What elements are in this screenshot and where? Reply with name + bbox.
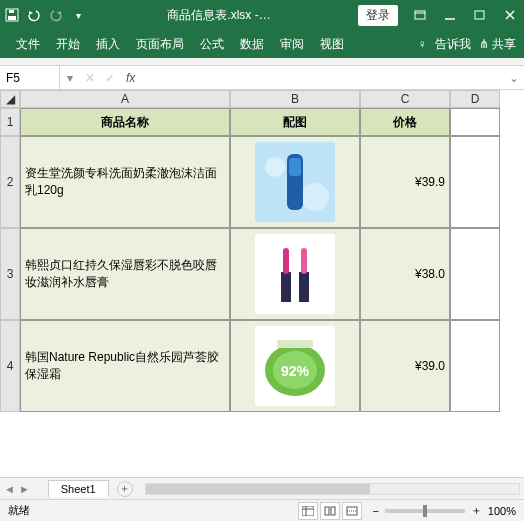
window-controls xyxy=(410,5,520,25)
share-button[interactable]: ⋔ 共享 xyxy=(479,36,516,53)
cell-product-image[interactable]: 92% xyxy=(230,320,360,412)
zoom-in-button[interactable]: ＋ xyxy=(471,503,482,518)
spreadsheet-grid[interactable]: ◢ A B C D 1 商品名称 配图 价格 2 资生堂洗颜专科洗面奶柔澈泡沫洁… xyxy=(0,90,524,477)
zoom-out-button[interactable]: − xyxy=(372,505,378,517)
tab-home[interactable]: 开始 xyxy=(48,32,88,57)
formula-input[interactable] xyxy=(141,71,504,85)
normal-view-button[interactable] xyxy=(298,502,318,520)
zoom-control: − ＋ 100% xyxy=(372,503,516,518)
tell-me-label[interactable]: 告诉我 xyxy=(435,36,471,53)
ribbon-tabs: 文件 开始 插入 页面布局 公式 数据 审阅 视图 ♀ 告诉我 ⋔ 共享 xyxy=(0,30,524,58)
cell-D4[interactable] xyxy=(450,320,500,412)
svg-rect-1 xyxy=(8,16,16,20)
name-box-input[interactable] xyxy=(6,71,53,85)
col-header-B[interactable]: B xyxy=(230,90,360,108)
svg-rect-24 xyxy=(302,506,314,516)
close-icon[interactable] xyxy=(500,5,520,25)
svg-rect-16 xyxy=(283,248,289,274)
enter-formula-icon[interactable]: ✓ xyxy=(100,71,120,85)
product-image-2 xyxy=(255,234,335,314)
page-layout-view-button[interactable] xyxy=(320,502,340,520)
window-title: 商品信息表.xlsx -… xyxy=(86,7,352,24)
titlebar: ▾ 商品信息表.xlsx -… 登录 xyxy=(0,0,524,30)
sheet-prev-icon[interactable]: ◄ xyxy=(4,483,15,495)
login-button[interactable]: 登录 xyxy=(358,5,398,26)
tab-view[interactable]: 视图 xyxy=(312,32,352,57)
svg-rect-17 xyxy=(299,272,309,302)
name-box[interactable] xyxy=(0,66,60,89)
undo-icon[interactable] xyxy=(26,7,42,23)
svg-rect-14 xyxy=(255,234,335,314)
cell-product-name[interactable]: 资生堂洗颜专科洗面奶柔澈泡沫洁面乳120g xyxy=(20,136,230,228)
tab-file[interactable]: 文件 xyxy=(8,32,48,57)
header-price[interactable]: 价格 xyxy=(360,108,450,136)
qat-customize-icon[interactable]: ▾ xyxy=(70,7,86,23)
tab-formulas[interactable]: 公式 xyxy=(192,32,232,57)
product-image-1 xyxy=(255,142,335,222)
cell-product-name[interactable]: 韩国Nature Republic自然乐园芦荟胶保湿霜 xyxy=(20,320,230,412)
status-bar: 就绪 − ＋ 100% xyxy=(0,499,524,521)
cancel-formula-icon[interactable]: ✕ xyxy=(80,71,100,85)
insert-function-icon[interactable]: fx xyxy=(120,71,141,85)
svg-rect-28 xyxy=(331,507,335,515)
row-header-4[interactable]: 4 xyxy=(0,320,20,412)
zoom-slider-thumb[interactable] xyxy=(423,505,427,517)
svg-rect-3 xyxy=(415,11,425,19)
view-buttons xyxy=(298,502,362,520)
redo-icon[interactable] xyxy=(48,7,64,23)
svg-rect-2 xyxy=(9,10,14,13)
svg-rect-18 xyxy=(301,248,307,274)
svg-rect-15 xyxy=(281,272,291,302)
cell-product-price[interactable]: ¥39.9 xyxy=(360,136,450,228)
svg-point-10 xyxy=(265,157,285,177)
cell-product-name[interactable]: 韩熙贞口红持久保湿唇彩不脱色咬唇妆滋润补水唇膏 xyxy=(20,228,230,320)
product-image-3: 92% xyxy=(255,326,335,406)
minimize-icon[interactable] xyxy=(440,5,460,25)
svg-rect-27 xyxy=(325,507,329,515)
row-header-3[interactable]: 3 xyxy=(0,228,20,320)
ribbon-body-collapsed xyxy=(0,58,524,66)
horizontal-scrollbar[interactable] xyxy=(145,483,520,495)
sheet-tab-bar: ◄► Sheet1 ＋ xyxy=(0,477,524,499)
svg-rect-23 xyxy=(277,340,313,348)
maximize-icon[interactable] xyxy=(470,5,490,25)
cell-D1[interactable] xyxy=(450,108,500,136)
sheet-next-icon[interactable]: ► xyxy=(19,483,30,495)
name-box-dropdown-icon[interactable]: ▾ xyxy=(60,71,80,85)
cell-product-image[interactable] xyxy=(230,228,360,320)
ribbon-display-options-icon[interactable] xyxy=(410,5,430,25)
status-text: 就绪 xyxy=(8,503,298,518)
col-header-C[interactable]: C xyxy=(360,90,450,108)
row-header-1[interactable]: 1 xyxy=(0,108,20,136)
tab-data[interactable]: 数据 xyxy=(232,32,272,57)
col-header-A[interactable]: A xyxy=(20,90,230,108)
tab-page-layout[interactable]: 页面布局 xyxy=(128,32,192,57)
zoom-level[interactable]: 100% xyxy=(488,505,516,517)
horizontal-scrollbar-thumb[interactable] xyxy=(146,484,370,494)
cell-product-price[interactable]: ¥38.0 xyxy=(360,228,450,320)
tab-review[interactable]: 审阅 xyxy=(272,32,312,57)
save-icon[interactable] xyxy=(4,7,20,23)
new-sheet-button[interactable]: ＋ xyxy=(117,481,133,497)
col-header-D[interactable]: D xyxy=(450,90,500,108)
header-image[interactable]: 配图 xyxy=(230,108,360,136)
formula-bar: ▾ ✕ ✓ fx ⌄ xyxy=(0,66,524,90)
svg-rect-6 xyxy=(475,11,484,19)
header-product-name[interactable]: 商品名称 xyxy=(20,108,230,136)
cell-D2[interactable] xyxy=(450,136,500,228)
zoom-slider[interactable] xyxy=(385,509,465,513)
cell-product-price[interactable]: ¥39.0 xyxy=(360,320,450,412)
cell-product-image[interactable] xyxy=(230,136,360,228)
quick-access-toolbar: ▾ xyxy=(4,7,86,23)
tell-me-icon[interactable]: ♀ xyxy=(418,37,427,51)
sheet-tab-sheet1[interactable]: Sheet1 xyxy=(48,480,109,497)
select-all-corner[interactable]: ◢ xyxy=(0,90,20,108)
tab-insert[interactable]: 插入 xyxy=(88,32,128,57)
svg-rect-13 xyxy=(289,158,301,176)
svg-point-11 xyxy=(301,183,329,211)
sheet-nav-arrows[interactable]: ◄► xyxy=(4,483,30,495)
cell-D3[interactable] xyxy=(450,228,500,320)
page-break-view-button[interactable] xyxy=(342,502,362,520)
row-header-2[interactable]: 2 xyxy=(0,136,20,228)
expand-formula-bar-icon[interactable]: ⌄ xyxy=(504,71,524,85)
